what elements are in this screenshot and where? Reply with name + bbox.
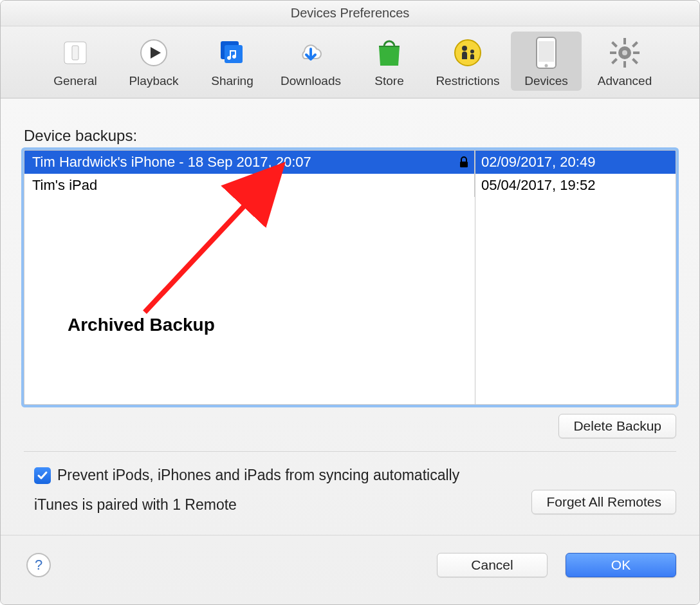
backup-name: Tim's iPad [32, 177, 97, 194]
footer-divider [1, 535, 699, 535]
section-divider [24, 451, 676, 452]
parental-icon [450, 35, 485, 70]
svg-rect-1 [72, 46, 78, 60]
cloud-download-icon [293, 35, 328, 70]
tab-devices[interactable]: Devices [511, 32, 582, 91]
svg-point-11 [545, 64, 548, 68]
tab-playback[interactable]: Playback [118, 32, 189, 91]
prevent-sync-label: Prevent iPods, iPhones and iPads from sy… [57, 467, 459, 484]
tab-label: General [53, 74, 97, 88]
backup-date: 02/09/2017, 20:49 [475, 154, 676, 171]
svg-rect-19 [611, 58, 618, 64]
help-button[interactable]: ? [26, 553, 51, 577]
help-icon: ? [35, 557, 42, 573]
forget-all-remotes-button[interactable]: Forget All Remotes [531, 490, 676, 514]
backup-date: 05/04/2017, 19:52 [475, 177, 676, 194]
tab-sharing[interactable]: Sharing [197, 32, 268, 91]
tab-label: Devices [524, 74, 568, 88]
tab-restrictions[interactable]: Restrictions [432, 32, 503, 91]
svg-rect-20 [632, 41, 638, 48]
delete-backup-button[interactable]: Delete Backup [558, 414, 676, 438]
cancel-button[interactable]: Cancel [437, 553, 548, 577]
window-title-text: Devices Preferences [291, 6, 410, 21]
tab-label: Store [374, 74, 403, 88]
svg-rect-15 [610, 51, 616, 54]
tab-label: Advanced [598, 74, 652, 88]
checkbox-checked-icon[interactable] [34, 467, 51, 484]
backup-name: Tim Hardwick's iPhone - 18 Sep 2017, 20:… [32, 154, 311, 171]
svg-rect-5 [225, 45, 243, 63]
preferences-window: Devices Preferences General Playback [0, 0, 700, 605]
tab-store[interactable]: Store [354, 32, 425, 91]
tab-label: Playback [129, 74, 178, 88]
tab-downloads[interactable]: Downloads [275, 32, 346, 91]
svg-point-7 [462, 46, 467, 51]
lock-icon [459, 156, 469, 168]
device-backups-list[interactable]: Tim Hardwick's iPhone - 18 Sep 2017, 20:… [24, 150, 676, 405]
gear-icon [607, 35, 642, 70]
tab-label: Downloads [281, 74, 341, 88]
svg-point-8 [470, 50, 474, 53]
tab-general[interactable]: General [40, 32, 111, 91]
svg-rect-10 [539, 41, 554, 62]
column-divider [475, 151, 475, 404]
tab-label: Sharing [211, 74, 253, 88]
shopping-bag-icon [372, 35, 407, 70]
play-icon [136, 35, 171, 70]
switch-icon [58, 35, 93, 70]
svg-rect-22 [460, 162, 468, 167]
backup-row[interactable]: Tim's iPad 05/04/2017, 19:52 [24, 174, 676, 197]
svg-point-6 [455, 40, 481, 66]
svg-rect-18 [632, 58, 638, 64]
iphone-icon [529, 35, 564, 70]
tab-advanced[interactable]: Advanced [589, 32, 660, 91]
svg-rect-17 [611, 41, 618, 48]
tab-label: Restrictions [436, 74, 499, 88]
svg-point-21 [622, 50, 627, 55]
svg-rect-16 [633, 51, 640, 54]
preferences-toolbar: General Playback Sharing [1, 26, 699, 98]
paired-remotes-text: iTunes is paired with 1 Remote [34, 496, 237, 514]
music-files-icon [215, 35, 250, 70]
svg-rect-13 [623, 38, 626, 44]
prevent-sync-option[interactable]: Prevent iPods, iPhones and iPads from sy… [34, 467, 459, 484]
ok-button[interactable]: OK [566, 553, 676, 577]
window-title: Devices Preferences [1, 1, 699, 26]
svg-rect-14 [623, 61, 626, 68]
backup-row[interactable]: Tim Hardwick's iPhone - 18 Sep 2017, 20:… [24, 151, 676, 174]
device-backups-label: Device backups: [24, 127, 137, 145]
content-area: Device backups: Tim Hardwick's iPhone - … [1, 98, 699, 604]
